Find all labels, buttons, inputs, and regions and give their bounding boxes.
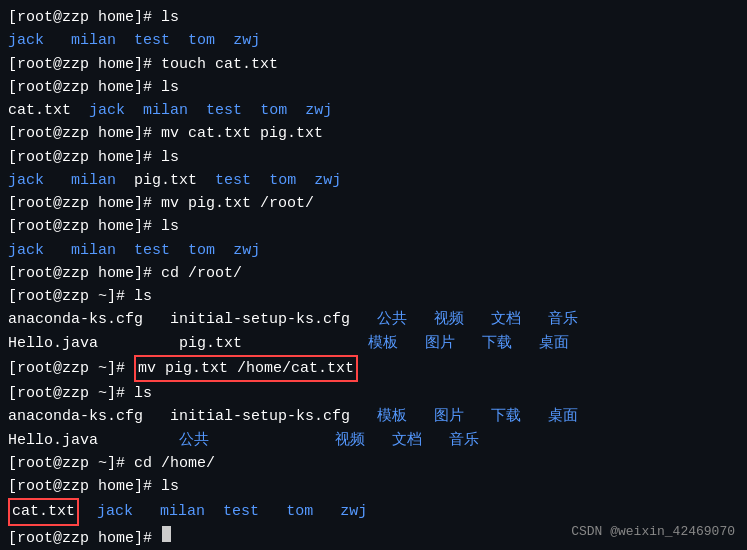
output-item: jack xyxy=(97,500,133,523)
output-item: jack xyxy=(8,169,44,192)
output-item: 桌面 xyxy=(539,332,569,355)
line-8: jack milan pig.txt test tom zwj xyxy=(8,169,739,192)
output-item: pig.txt xyxy=(134,169,197,192)
line-15: Hello.java pig.txt 模板 图片 下载 桌面 xyxy=(8,332,739,355)
prompt: [root@zzp home]# xyxy=(8,53,161,76)
line-21: [root@zzp home]# ls xyxy=(8,475,739,498)
line-16: [root@zzp ~]# mv pig.txt /home/cat.txt xyxy=(8,355,739,382)
cursor xyxy=(162,526,171,542)
line-10: [root@zzp home]# ls xyxy=(8,215,739,238)
output-item: 模板 xyxy=(377,405,407,428)
output-item: 下载 xyxy=(482,332,512,355)
output-item: milan xyxy=(71,29,116,52)
output-item: 下载 xyxy=(491,405,521,428)
output-item: tom xyxy=(188,239,215,262)
output-item: zwj xyxy=(233,239,260,262)
cmd: cd /root/ xyxy=(161,262,242,285)
output-item: pig.txt xyxy=(179,332,242,355)
cmd: ls xyxy=(161,76,179,99)
output-item: Hello.java xyxy=(8,332,98,355)
output-item: 图片 xyxy=(434,405,464,428)
highlighted-cmd: mv pig.txt /home/cat.txt xyxy=(134,355,358,382)
output-item: zwj xyxy=(340,500,367,523)
output-item: milan xyxy=(143,99,188,122)
line-2: jack milan test tom zwj xyxy=(8,29,739,52)
prompt: [root@zzp ~]# xyxy=(8,382,134,405)
prompt: [root@zzp home]# xyxy=(8,6,161,29)
output-item: 图片 xyxy=(425,332,455,355)
output-item: 文档 xyxy=(392,429,422,452)
line-4: [root@zzp home]# ls xyxy=(8,76,739,99)
cmd: ls xyxy=(134,382,152,405)
output-item: tom xyxy=(188,29,215,52)
cmd: touch cat.txt xyxy=(161,53,278,76)
output-item: tom xyxy=(269,169,296,192)
output-item: zwj xyxy=(233,29,260,52)
output-item: anaconda-ks.cfg xyxy=(8,405,143,428)
prompt: [root@zzp ~]# xyxy=(8,452,134,475)
line-1: [root@zzp home]# ls xyxy=(8,6,739,29)
cat-txt-output: cat.txt xyxy=(8,498,79,525)
prompt: [root@zzp ~]# xyxy=(8,285,134,308)
cmd: ls xyxy=(161,6,179,29)
output-item: tom xyxy=(286,500,313,523)
prompt: [root@zzp home]# xyxy=(8,146,161,169)
line-11: jack milan test tom zwj xyxy=(8,239,739,262)
cmd: ls xyxy=(161,475,179,498)
output-item: test xyxy=(223,500,259,523)
cmd: ls xyxy=(161,146,179,169)
prompt: [root@zzp home]# xyxy=(8,527,161,550)
output-item: cat.txt xyxy=(8,99,71,122)
output-item: milan xyxy=(160,500,205,523)
output-item: 音乐 xyxy=(548,308,578,331)
output-item: 音乐 xyxy=(449,429,479,452)
output-item: test xyxy=(134,239,170,262)
line-9: [root@zzp home]# mv pig.txt /root/ xyxy=(8,192,739,215)
output-item: milan xyxy=(71,239,116,262)
output-item: jack xyxy=(8,239,44,262)
output-item: anaconda-ks.cfg xyxy=(8,308,143,331)
output-item: 公共 xyxy=(377,308,407,331)
output-item: jack xyxy=(89,99,125,122)
cmd: mv pig.txt /root/ xyxy=(161,192,314,215)
prompt: [root@zzp home]# xyxy=(8,122,161,145)
output-item: zwj xyxy=(314,169,341,192)
line-7: [root@zzp home]# ls xyxy=(8,146,739,169)
line-13: [root@zzp ~]# ls xyxy=(8,285,739,308)
prompt: [root@zzp home]# xyxy=(8,262,161,285)
cmd: cd /home/ xyxy=(134,452,215,475)
prompt: [root@zzp home]# xyxy=(8,215,161,238)
line-20: [root@zzp ~]# cd /home/ xyxy=(8,452,739,475)
prompt: [root@zzp ~]# xyxy=(8,357,134,380)
cmd: ls xyxy=(134,285,152,308)
output-item: initial-setup-ks.cfg xyxy=(170,405,350,428)
line-12: [root@zzp home]# cd /root/ xyxy=(8,262,739,285)
output-item: 模板 xyxy=(368,332,398,355)
output-item: 视频 xyxy=(335,429,365,452)
output-item: Hello.java xyxy=(8,429,98,452)
line-18: anaconda-ks.cfg initial-setup-ks.cfg 模板 … xyxy=(8,405,739,428)
output-item: test xyxy=(134,29,170,52)
output-item: test xyxy=(206,99,242,122)
prompt: [root@zzp home]# xyxy=(8,76,161,99)
line-17: [root@zzp ~]# ls xyxy=(8,382,739,405)
line-3: [root@zzp home]# touch cat.txt xyxy=(8,53,739,76)
line-6: [root@zzp home]# mv cat.txt pig.txt xyxy=(8,122,739,145)
output-item: initial-setup-ks.cfg xyxy=(170,308,350,331)
output-item: zwj xyxy=(305,99,332,122)
prompt: [root@zzp home]# xyxy=(8,192,161,215)
line-19: Hello.java 公共 视频 文档 音乐 xyxy=(8,429,739,452)
output-item: 公共 xyxy=(179,429,209,452)
output-item: 视频 xyxy=(434,308,464,331)
output-item: test xyxy=(215,169,251,192)
prompt: [root@zzp home]# xyxy=(8,475,161,498)
output-item: tom xyxy=(260,99,287,122)
line-5: cat.txt jack milan test tom zwj xyxy=(8,99,739,122)
line-14: anaconda-ks.cfg initial-setup-ks.cfg 公共 … xyxy=(8,308,739,331)
cmd: ls xyxy=(161,215,179,238)
output-item: 文档 xyxy=(491,308,521,331)
output-item: jack xyxy=(8,29,44,52)
watermark: CSDN @weixin_42469070 xyxy=(571,522,735,542)
terminal: [root@zzp home]# ls jack milan test tom … xyxy=(0,0,747,550)
output-item: milan xyxy=(71,169,116,192)
